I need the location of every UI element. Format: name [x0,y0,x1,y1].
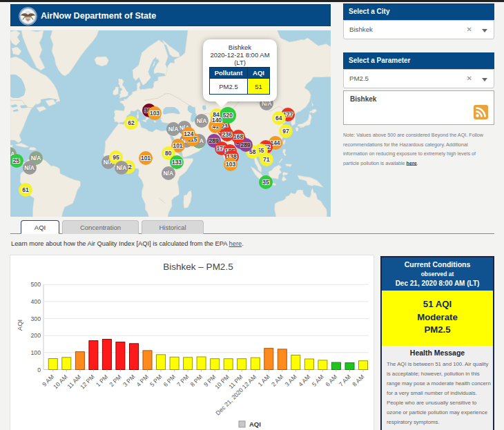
svg-text:8 PM: 8 PM [189,373,204,388]
svg-text:10 AM: 10 AM [52,373,68,390]
svg-text:100: 100 [31,349,41,356]
svg-text:7 AM: 7 AM [338,373,352,388]
svg-text:5 AM: 5 AM [311,373,325,388]
svg-text:2 PM: 2 PM [108,373,122,388]
svg-text:AQI: AQI [16,320,23,331]
svg-text:6 AM: 6 AM [324,373,338,388]
svg-text:5 PM: 5 PM [148,373,163,388]
svg-text:AQI: AQI [249,420,261,428]
svg-text:500: 500 [31,281,41,288]
svg-text:12 PM: 12 PM [79,373,96,391]
svg-text:2 AM: 2 AM [270,373,284,388]
svg-text:6 PM: 6 PM [162,373,177,388]
svg-text:200: 200 [31,332,41,339]
svg-text:0: 0 [37,367,41,373]
svg-text:7 PM: 7 PM [175,373,190,388]
svg-text:4 PM: 4 PM [135,373,150,388]
svg-text:Bishkek – PM2.5: Bishkek – PM2.5 [163,262,233,272]
svg-text:300: 300 [31,315,41,322]
svg-text:400: 400 [31,298,41,305]
svg-text:1 PM: 1 PM [95,373,109,388]
svg-text:8 AM: 8 AM [351,373,365,388]
svg-text:1 AM: 1 AM [257,373,271,388]
svg-text:3 PM: 3 PM [122,373,136,388]
svg-text:4 AM: 4 AM [297,373,311,388]
svg-text:3 AM: 3 AM [284,373,298,388]
svg-text:10 PM: 10 PM [213,373,231,391]
